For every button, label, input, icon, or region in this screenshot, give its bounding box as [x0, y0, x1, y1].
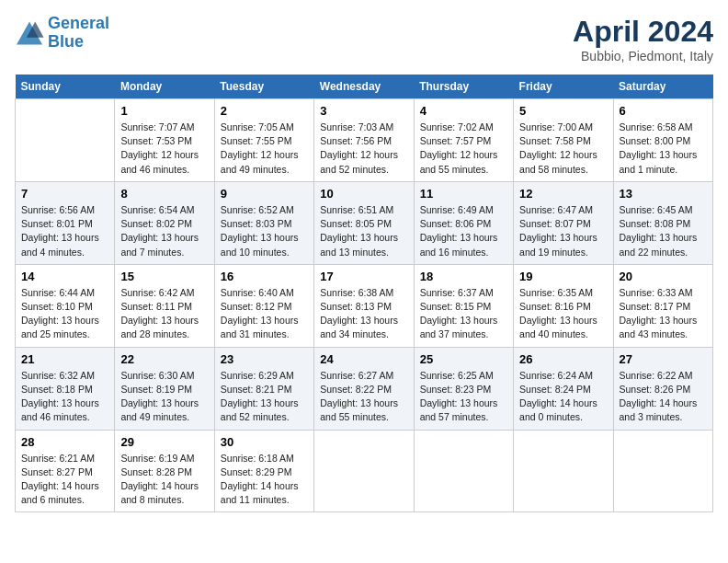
day-number: 30: [221, 435, 308, 449]
day-number: 29: [120, 435, 208, 449]
day-info: Sunrise: 6:24 AM Sunset: 8:24 PM Dayligh…: [519, 369, 607, 425]
calendar-cell: 27Sunrise: 6:22 AM Sunset: 8:26 PM Dayli…: [613, 347, 712, 430]
calendar-cell: 23Sunrise: 6:29 AM Sunset: 8:21 PM Dayli…: [214, 347, 313, 430]
calendar-cell: 6Sunrise: 6:58 AM Sunset: 8:00 PM Daylig…: [613, 99, 712, 182]
location: Bubbio, Piedmont, Italy: [573, 49, 713, 63]
day-info: Sunrise: 6:47 AM Sunset: 8:07 PM Dayligh…: [519, 203, 607, 259]
day-info: Sunrise: 6:52 AM Sunset: 8:03 PM Dayligh…: [221, 203, 308, 259]
logo: General Blue: [15, 15, 109, 52]
day-info: Sunrise: 7:07 AM Sunset: 7:53 PM Dayligh…: [120, 121, 208, 177]
calendar-cell: [314, 430, 414, 512]
day-number: 22: [120, 352, 208, 366]
day-info: Sunrise: 6:25 AM Sunset: 8:23 PM Dayligh…: [420, 369, 507, 425]
calendar-cell: 29Sunrise: 6:19 AM Sunset: 8:28 PM Dayli…: [115, 430, 214, 512]
day-info: Sunrise: 6:35 AM Sunset: 8:16 PM Dayligh…: [519, 286, 607, 342]
day-info: Sunrise: 6:22 AM Sunset: 8:26 PM Dayligh…: [620, 369, 707, 425]
day-number: 13: [620, 187, 707, 201]
calendar-cell: 7Sunrise: 6:56 AM Sunset: 8:01 PM Daylig…: [16, 181, 115, 264]
day-number: 25: [420, 352, 507, 366]
day-number: 26: [519, 352, 607, 366]
day-number: 6: [620, 104, 707, 118]
calendar-cell: 21Sunrise: 6:32 AM Sunset: 8:18 PM Dayli…: [16, 347, 115, 430]
calendar-cell: 19Sunrise: 6:35 AM Sunset: 8:16 PM Dayli…: [514, 264, 613, 347]
calendar-cell: 13Sunrise: 6:45 AM Sunset: 8:08 PM Dayli…: [613, 181, 712, 264]
day-info: Sunrise: 6:30 AM Sunset: 8:19 PM Dayligh…: [120, 369, 208, 425]
calendar-cell: 9Sunrise: 6:52 AM Sunset: 8:03 PM Daylig…: [214, 181, 313, 264]
day-number: 10: [320, 187, 407, 201]
day-number: 11: [420, 187, 507, 201]
column-header-tuesday: Tuesday: [214, 75, 313, 99]
day-info: Sunrise: 7:00 AM Sunset: 7:58 PM Dayligh…: [519, 121, 607, 177]
calendar-cell: 5Sunrise: 7:00 AM Sunset: 7:58 PM Daylig…: [514, 99, 613, 182]
day-number: 23: [221, 352, 308, 366]
column-header-friday: Friday: [514, 75, 613, 99]
day-number: 16: [221, 270, 308, 283]
day-info: Sunrise: 6:40 AM Sunset: 8:12 PM Dayligh…: [221, 286, 308, 342]
day-number: 9: [221, 187, 308, 201]
week-row-2: 7Sunrise: 6:56 AM Sunset: 8:01 PM Daylig…: [16, 181, 713, 264]
column-header-wednesday: Wednesday: [314, 75, 414, 99]
day-number: 28: [21, 435, 108, 449]
day-number: 4: [420, 104, 507, 118]
calendar-cell: [414, 430, 513, 512]
day-info: Sunrise: 6:27 AM Sunset: 8:22 PM Dayligh…: [320, 369, 407, 425]
day-number: 3: [320, 104, 407, 118]
day-number: 1: [120, 104, 208, 118]
day-info: Sunrise: 6:54 AM Sunset: 8:02 PM Dayligh…: [120, 203, 208, 259]
calendar-cell: [16, 99, 115, 182]
day-number: 21: [21, 352, 108, 366]
calendar-cell: 28Sunrise: 6:21 AM Sunset: 8:27 PM Dayli…: [16, 430, 115, 512]
calendar-cell: [613, 430, 712, 512]
calendar-table: SundayMondayTuesdayWednesdayThursdayFrid…: [15, 75, 713, 512]
day-number: 12: [519, 187, 607, 201]
day-info: Sunrise: 6:42 AM Sunset: 8:11 PM Dayligh…: [120, 286, 208, 342]
title-area: April 2024 Bubbio, Piedmont, Italy: [573, 15, 713, 63]
column-header-saturday: Saturday: [613, 75, 712, 99]
day-info: Sunrise: 6:21 AM Sunset: 8:27 PM Dayligh…: [21, 452, 108, 508]
calendar-cell: 4Sunrise: 7:02 AM Sunset: 7:57 PM Daylig…: [414, 99, 513, 182]
day-info: Sunrise: 6:56 AM Sunset: 8:01 PM Dayligh…: [21, 203, 108, 259]
calendar-cell: 26Sunrise: 6:24 AM Sunset: 8:24 PM Dayli…: [514, 347, 613, 430]
calendar-cell: 12Sunrise: 6:47 AM Sunset: 8:07 PM Dayli…: [514, 181, 613, 264]
day-info: Sunrise: 6:44 AM Sunset: 8:10 PM Dayligh…: [21, 286, 108, 342]
calendar-cell: 24Sunrise: 6:27 AM Sunset: 8:22 PM Dayli…: [314, 347, 414, 430]
day-info: Sunrise: 6:45 AM Sunset: 8:08 PM Dayligh…: [620, 203, 707, 259]
day-number: 5: [519, 104, 607, 118]
day-info: Sunrise: 7:05 AM Sunset: 7:55 PM Dayligh…: [221, 121, 308, 177]
day-info: Sunrise: 6:37 AM Sunset: 8:15 PM Dayligh…: [420, 286, 507, 342]
calendar-header: SundayMondayTuesdayWednesdayThursdayFrid…: [16, 75, 713, 99]
calendar-body: 1Sunrise: 7:07 AM Sunset: 7:53 PM Daylig…: [16, 99, 713, 512]
calendar-cell: 14Sunrise: 6:44 AM Sunset: 8:10 PM Dayli…: [16, 264, 115, 347]
calendar-cell: 3Sunrise: 7:03 AM Sunset: 7:56 PM Daylig…: [314, 99, 414, 182]
calendar-cell: 30Sunrise: 6:18 AM Sunset: 8:29 PM Dayli…: [214, 430, 313, 512]
column-header-monday: Monday: [115, 75, 214, 99]
calendar-cell: 11Sunrise: 6:49 AM Sunset: 8:06 PM Dayli…: [414, 181, 513, 264]
day-info: Sunrise: 7:03 AM Sunset: 7:56 PM Dayligh…: [320, 121, 407, 177]
week-row-5: 28Sunrise: 6:21 AM Sunset: 8:27 PM Dayli…: [16, 430, 713, 512]
header-row: SundayMondayTuesdayWednesdayThursdayFrid…: [16, 75, 713, 99]
day-number: 27: [620, 352, 707, 366]
day-info: Sunrise: 6:49 AM Sunset: 8:06 PM Dayligh…: [420, 203, 507, 259]
day-info: Sunrise: 6:32 AM Sunset: 8:18 PM Dayligh…: [21, 369, 108, 425]
calendar-cell: 2Sunrise: 7:05 AM Sunset: 7:55 PM Daylig…: [214, 99, 313, 182]
day-info: Sunrise: 6:51 AM Sunset: 8:05 PM Dayligh…: [320, 203, 407, 259]
calendar-cell: [514, 430, 613, 512]
logo-text: General Blue: [48, 15, 109, 52]
calendar-cell: 16Sunrise: 6:40 AM Sunset: 8:12 PM Dayli…: [214, 264, 313, 347]
day-number: 2: [221, 104, 308, 118]
week-row-1: 1Sunrise: 7:07 AM Sunset: 7:53 PM Daylig…: [16, 99, 713, 182]
day-number: 19: [519, 270, 607, 283]
day-number: 24: [320, 352, 407, 366]
calendar-cell: 17Sunrise: 6:38 AM Sunset: 8:13 PM Dayli…: [314, 264, 414, 347]
day-number: 17: [320, 270, 407, 283]
day-number: 14: [21, 270, 108, 283]
calendar-cell: 8Sunrise: 6:54 AM Sunset: 8:02 PM Daylig…: [115, 181, 214, 264]
column-header-sunday: Sunday: [16, 75, 115, 99]
week-row-3: 14Sunrise: 6:44 AM Sunset: 8:10 PM Dayli…: [16, 264, 713, 347]
calendar-cell: 25Sunrise: 6:25 AM Sunset: 8:23 PM Dayli…: [414, 347, 513, 430]
week-row-4: 21Sunrise: 6:32 AM Sunset: 8:18 PM Dayli…: [16, 347, 713, 430]
calendar-cell: 10Sunrise: 6:51 AM Sunset: 8:05 PM Dayli…: [314, 181, 414, 264]
calendar-cell: 1Sunrise: 7:07 AM Sunset: 7:53 PM Daylig…: [115, 99, 214, 182]
day-number: 7: [21, 187, 108, 201]
day-info: Sunrise: 6:33 AM Sunset: 8:17 PM Dayligh…: [620, 286, 707, 342]
